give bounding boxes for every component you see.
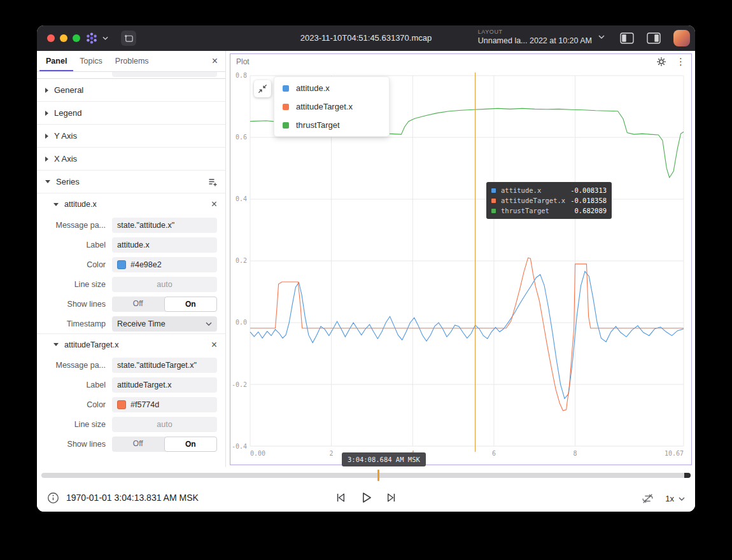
- seek-backward-icon[interactable]: [334, 491, 347, 504]
- plot-panel: Plot ⋮ 0.80.60.40.20.0-0.2-0.40.0024: [230, 53, 692, 465]
- remove-series-icon[interactable]: ×: [211, 199, 217, 209]
- toggle-off-button[interactable]: Off: [112, 297, 164, 312]
- color-input[interactable]: #4e98e2: [112, 257, 217, 272]
- color-value: #4e98e2: [130, 257, 162, 272]
- field-row: Show lines Off On: [37, 294, 225, 314]
- show-lines-toggle: Off On: [112, 437, 217, 452]
- series-color-swatch: [491, 209, 496, 213]
- field-row: Color #4e98e2: [37, 255, 225, 274]
- message-path-input[interactable]: state."attitudeTarget.x": [112, 358, 217, 373]
- play-icon[interactable]: [359, 491, 373, 505]
- section-legend[interactable]: Legend: [37, 102, 225, 125]
- svg-text:8: 8: [574, 450, 577, 457]
- app-menu-button[interactable]: [84, 31, 108, 46]
- collapse-legend-button[interactable]: [254, 80, 271, 97]
- section-x-axis[interactable]: X Axis: [37, 148, 225, 171]
- series-header-attitude-target-x[interactable]: attitudeTarget.x ×: [37, 333, 225, 355]
- caret-right-icon: [45, 111, 48, 116]
- svg-text:-0.4: -0.4: [232, 443, 247, 450]
- info-icon[interactable]: [47, 492, 59, 504]
- svg-text:0.4: 0.4: [236, 195, 247, 202]
- add-panel-icon: [123, 33, 134, 44]
- right-sidebar-toggle-icon[interactable]: [647, 32, 661, 44]
- legend-item[interactable]: thrustTarget: [274, 116, 389, 134]
- playback-speed-button[interactable]: 1x: [665, 494, 685, 503]
- section-label: Series: [56, 177, 80, 186]
- field-row: Label attitude.x: [37, 235, 225, 255]
- tooltip-series-name: thrustTarget: [501, 207, 549, 214]
- chevron-down-icon: [598, 35, 605, 39]
- tooltip-series-value: -0.008313: [570, 186, 607, 194]
- timestamp-select[interactable]: Receive Time: [112, 316, 217, 332]
- scrubber-playhead[interactable]: [377, 470, 379, 481]
- chevron-down-icon: [102, 36, 108, 40]
- svg-text:6: 6: [492, 450, 496, 457]
- series-header-attitude-x[interactable]: attitude.x ×: [37, 193, 225, 215]
- field-label: Label: [37, 241, 112, 249]
- svg-text:0.0: 0.0: [236, 319, 247, 326]
- field-label: Show lines: [37, 440, 112, 449]
- legend-item[interactable]: attitudeTarget.x: [274, 97, 389, 116]
- tooltip-series-name: attitude.x: [501, 186, 541, 194]
- main-content: Panel Topics Problems × Title Plot Gener…: [37, 51, 695, 467]
- panel-title-input[interactable]: Plot: [112, 72, 217, 77]
- zoom-window-button[interactable]: [73, 34, 80, 42]
- plot-panel-header: Plot ⋮: [230, 54, 691, 69]
- window-title: 2023-11-10T04:51:45.631370.mcap: [300, 25, 432, 51]
- field-label: Message pa...: [37, 361, 112, 370]
- add-panel-button[interactable]: [121, 31, 136, 46]
- caret-right-icon: [45, 134, 48, 139]
- section-series[interactable]: Series: [37, 171, 225, 193]
- field-label: Show lines: [37, 300, 112, 309]
- playback-bar: 1970-01-01 3:04:13.831 AM MSK: [37, 467, 695, 512]
- user-avatar[interactable]: [673, 30, 690, 46]
- svg-text:2: 2: [330, 450, 334, 457]
- message-path-input[interactable]: state."attitude.x": [112, 218, 217, 233]
- plot-panel-title: Plot: [236, 57, 250, 66]
- field-row: Show lines Off On: [37, 434, 225, 454]
- line-size-input[interactable]: auto: [112, 277, 217, 292]
- color-input[interactable]: #f5774d: [112, 397, 217, 412]
- series-color-swatch: [283, 85, 289, 92]
- field-label: Label: [37, 381, 112, 389]
- tab-problems[interactable]: Problems: [109, 51, 155, 71]
- color-value: #f5774d: [130, 397, 159, 412]
- add-series-icon: [208, 177, 218, 187]
- color-swatch: [117, 260, 126, 269]
- timestamp-value: Receive Time: [117, 316, 165, 332]
- loop-off-icon[interactable]: [641, 492, 654, 505]
- minimize-window-button[interactable]: [60, 34, 67, 42]
- chevron-down-icon: [679, 497, 685, 501]
- tab-label: Problems: [115, 57, 149, 66]
- add-series-button[interactable]: [208, 177, 218, 187]
- tab-topics[interactable]: Topics: [73, 51, 108, 71]
- toggle-on-button[interactable]: On: [164, 297, 218, 312]
- playback-controls-row: 1970-01-01 3:04:13.831 AM MSK: [37, 487, 695, 509]
- settings-gear-icon[interactable]: [656, 57, 666, 67]
- hover-tooltip: attitude.x-0.008313attitudeTarget.x-0.01…: [486, 182, 612, 219]
- more-menu-icon[interactable]: ⋮: [676, 57, 686, 67]
- legend-item-label: attitude.x: [296, 83, 330, 93]
- toggle-off-button[interactable]: Off: [112, 437, 164, 452]
- close-window-button[interactable]: [47, 34, 55, 42]
- section-label: Legend: [54, 108, 81, 118]
- left-sidebar-toggle-icon[interactable]: [620, 32, 634, 44]
- label-input[interactable]: attitudeTarget.x: [112, 377, 217, 393]
- field-label: Title: [37, 72, 112, 74]
- section-y-axis[interactable]: Y Axis: [37, 125, 225, 148]
- tab-panel[interactable]: Panel: [39, 51, 73, 71]
- legend-item[interactable]: attitude.x: [274, 79, 389, 97]
- field-row: Message pa... state."attitude.x": [37, 215, 225, 235]
- seek-forward-icon[interactable]: [385, 491, 398, 504]
- timeline-scrubber[interactable]: [41, 473, 691, 478]
- plot-legend: attitude.xattitudeTarget.xthrustTarget: [274, 77, 389, 136]
- collapse-arrows-icon: [258, 84, 267, 94]
- close-sidebar-icon[interactable]: ×: [212, 56, 218, 66]
- label-input[interactable]: attitude.x: [112, 237, 217, 253]
- line-size-input[interactable]: auto: [112, 417, 217, 432]
- section-general[interactable]: General: [37, 79, 225, 102]
- remove-series-icon[interactable]: ×: [211, 340, 217, 350]
- series-title: attitude.x: [64, 200, 97, 209]
- layout-selector[interactable]: LAYOUT Unnamed la... 2022 at 10:20 AM: [478, 28, 605, 46]
- toggle-on-button[interactable]: On: [164, 437, 218, 452]
